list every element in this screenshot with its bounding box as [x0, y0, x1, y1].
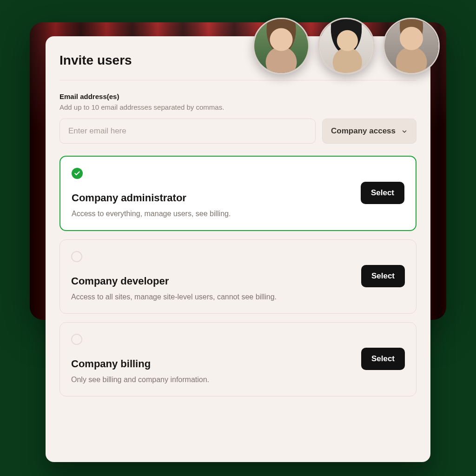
- email-hint: Add up to 10 email addresses separated b…: [60, 103, 416, 111]
- select-button[interactable]: Select: [361, 265, 405, 287]
- role-card-developer[interactable]: Company developer Access to all sites, m…: [60, 239, 416, 314]
- role-description: Only see billing and company information…: [71, 376, 352, 384]
- email-input-row: Company access: [60, 119, 416, 144]
- invite-users-card: Invite users Email address(es) Add up to…: [46, 36, 430, 462]
- email-section: Email address(es) Add up to 10 email add…: [60, 80, 416, 144]
- avatar: [318, 18, 375, 74]
- dropdown-label: Company access: [331, 126, 396, 136]
- role-title: Company billing: [71, 358, 352, 370]
- company-access-dropdown[interactable]: Company access: [322, 119, 416, 144]
- role-title: Company administrator: [72, 192, 351, 204]
- email-label: Email address(es): [60, 93, 416, 100]
- role-description: Access to everything, manage users, see …: [72, 210, 351, 218]
- role-card-administrator[interactable]: Company administrator Access to everythi…: [60, 156, 416, 231]
- role-list: Company administrator Access to everythi…: [60, 156, 416, 397]
- check-circle-icon: [72, 168, 83, 179]
- radio-unchecked-icon: [71, 334, 82, 345]
- avatar: [383, 18, 440, 74]
- role-description: Access to all sites, manage site-level u…: [71, 293, 352, 301]
- role-card-billing[interactable]: Company billing Only see billing and com…: [60, 322, 416, 397]
- select-button[interactable]: Select: [361, 348, 405, 370]
- role-title: Company developer: [71, 275, 352, 287]
- avatar: [253, 18, 310, 74]
- radio-unchecked-icon: [71, 251, 82, 262]
- chevron-down-icon: [401, 128, 408, 135]
- email-input[interactable]: [60, 119, 316, 144]
- avatar-row: [253, 18, 440, 74]
- select-button[interactable]: Select: [361, 182, 404, 204]
